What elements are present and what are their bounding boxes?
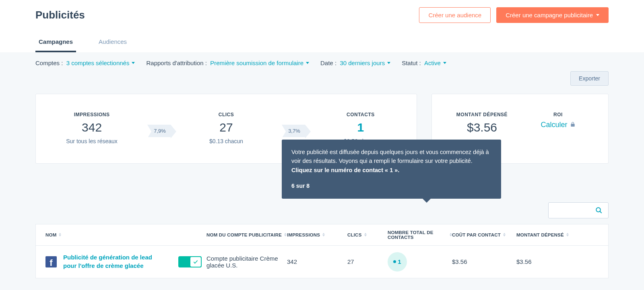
metric-value: $3.56 bbox=[450, 121, 514, 134]
funnel-rate: 3,7% bbox=[282, 125, 305, 137]
metric-label: CONTACTS bbox=[328, 112, 393, 117]
metric-value: 342 bbox=[60, 121, 124, 134]
metric-sub: Sur tous les réseaux bbox=[60, 138, 124, 146]
filter-attribution-label: Rapports d'attribution : bbox=[146, 60, 206, 66]
create-campaign-label: Créer une campagne publicitaire bbox=[506, 12, 593, 19]
facebook-icon: f bbox=[45, 256, 57, 267]
onboarding-tooltip: Votre publicité est diffusée depuis quel… bbox=[282, 140, 501, 199]
chevron-down-icon bbox=[387, 62, 390, 64]
filter-accounts[interactable]: 3 comptes sélectionnés bbox=[66, 60, 135, 66]
search-icon bbox=[595, 207, 603, 214]
tooltip-bold: Cliquez sur le numéro de contact « 1 ». bbox=[291, 167, 399, 173]
filter-status[interactable]: Active bbox=[424, 60, 446, 66]
metric-impressions: IMPRESSIONS 342 Sur tous les réseaux bbox=[60, 112, 124, 146]
chevron-down-icon bbox=[132, 62, 135, 64]
filter-attribution-value: Première soumission de formulaire bbox=[210, 60, 303, 66]
metric-value: 27 bbox=[194, 121, 258, 134]
th-label: NOM DU COMPTE PUBLICITAIRE bbox=[206, 232, 282, 237]
sort-icon bbox=[284, 233, 287, 237]
sort-icon bbox=[322, 233, 325, 237]
check-icon bbox=[193, 259, 198, 265]
filter-status-value: Active bbox=[424, 60, 441, 66]
tab-audiences[interactable]: Audiences bbox=[95, 34, 130, 52]
th-name[interactable]: NOM bbox=[45, 230, 206, 240]
svg-point-0 bbox=[596, 208, 601, 212]
create-audience-button[interactable]: Créer une audience bbox=[419, 7, 491, 23]
filter-date-value: 30 derniers jours bbox=[340, 60, 385, 66]
cell-impressions: 342 bbox=[287, 258, 347, 265]
th-account[interactable]: NOM DU COMPTE PUBLICITAIRE bbox=[206, 230, 287, 240]
th-label: CLICS bbox=[347, 232, 362, 237]
search-input[interactable] bbox=[548, 202, 609, 218]
sort-icon bbox=[59, 233, 61, 237]
th-impressions[interactable]: IMPRESSIONS bbox=[287, 230, 347, 240]
contacts-pulse[interactable]: 1 bbox=[388, 252, 407, 271]
tab-campaigns[interactable]: Campagnes bbox=[35, 34, 76, 52]
th-label: COÛT PAR CONTACT bbox=[452, 232, 501, 237]
cell-contacts[interactable]: 1 bbox=[388, 252, 452, 271]
lock-icon bbox=[570, 121, 576, 129]
th-spent[interactable]: MONTANT DÉPENSÉ bbox=[516, 230, 569, 240]
filter-date-label: Date : bbox=[320, 60, 336, 66]
contacts-count: 1 bbox=[398, 258, 401, 265]
status-toggle[interactable] bbox=[178, 256, 202, 267]
svg-line-1 bbox=[600, 211, 602, 213]
cell-account: Compte publicitaire Crème glacée U.S. bbox=[206, 255, 287, 269]
metric-roi: ROI Calculer bbox=[526, 112, 590, 129]
filter-date[interactable]: 30 derniers jours bbox=[340, 60, 390, 66]
th-label: NOMBRE TOTAL DE CONTACTS bbox=[388, 230, 447, 240]
metric-sub: $0.13 chacun bbox=[194, 138, 258, 146]
th-clics[interactable]: CLICS bbox=[347, 230, 388, 240]
filter-accounts-label: Comptes : bbox=[35, 60, 63, 66]
th-label: NOM bbox=[45, 232, 56, 237]
export-button[interactable]: Exporter bbox=[570, 71, 609, 86]
sort-icon bbox=[364, 233, 367, 237]
th-cost[interactable]: COÛT PAR CONTACT bbox=[452, 230, 516, 240]
tooltip-step: 6 sur 8 bbox=[291, 182, 491, 191]
page-title: Publicités bbox=[35, 9, 85, 21]
sort-icon bbox=[503, 233, 506, 237]
create-campaign-button[interactable]: Créer une campagne publicitaire bbox=[496, 7, 609, 23]
cell-clics: 27 bbox=[347, 258, 388, 265]
cell-cost: $3.56 bbox=[452, 258, 516, 265]
filter-accounts-value: 3 comptes sélectionnés bbox=[66, 60, 130, 66]
th-label: MONTANT DÉPENSÉ bbox=[516, 232, 564, 237]
funnel-rate: 7,9% bbox=[147, 125, 171, 137]
roi-action-label: Calculer bbox=[541, 121, 567, 129]
filter-status-label: Statut : bbox=[402, 60, 421, 66]
campaigns-table: NOM NOM DU COMPTE PUBLICITAIRE IMPRESSIO… bbox=[35, 224, 609, 278]
metric-clicks: CLICS 27 $0.13 chacun bbox=[194, 112, 258, 146]
metric-value[interactable]: 1 bbox=[328, 121, 393, 134]
th-contacts[interactable]: NOMBRE TOTAL DE CONTACTS bbox=[388, 230, 452, 240]
roi-calculate-link[interactable]: Calculer bbox=[541, 121, 575, 129]
metric-label: IMPRESSIONS bbox=[60, 112, 124, 117]
th-label: IMPRESSIONS bbox=[287, 232, 320, 237]
metric-label: CLICS bbox=[194, 112, 258, 117]
toggle-knob bbox=[190, 257, 201, 267]
metric-spent: MONTANT DÉPENSÉ $3.56 bbox=[450, 112, 514, 134]
ad-name-link[interactable]: Publicité de génération de lead pour l'o… bbox=[63, 253, 156, 270]
chevron-down-icon bbox=[443, 62, 446, 64]
funnel-arrow: 7,9% bbox=[147, 125, 171, 137]
filter-attribution[interactable]: Première soumission de formulaire bbox=[210, 60, 309, 66]
metric-label: MONTANT DÉPENSÉ bbox=[450, 112, 514, 117]
sort-icon bbox=[566, 233, 569, 237]
filter-bar: Comptes : 3 comptes sélectionnés Rapport… bbox=[0, 52, 644, 66]
table-row: f Publicité de génération de lead pour l… bbox=[36, 246, 608, 278]
metric-label: ROI bbox=[526, 112, 590, 117]
tooltip-text: Votre publicité est diffusée depuis quel… bbox=[291, 149, 489, 164]
cell-spent: $3.56 bbox=[516, 258, 569, 265]
chevron-down-icon bbox=[596, 14, 599, 16]
funnel-arrow: 3,7% bbox=[282, 125, 305, 137]
chevron-down-icon bbox=[306, 62, 309, 64]
